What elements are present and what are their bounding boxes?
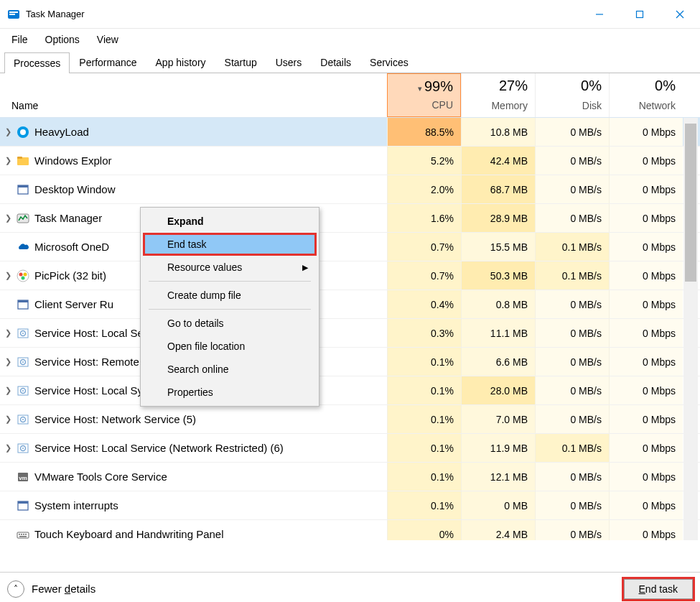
network-cell: 0 Mbps (609, 463, 683, 491)
network-cell: 0 Mbps (609, 290, 683, 318)
cpu-cell: 0.7% (387, 261, 461, 290)
context-end-task[interactable]: End task (143, 233, 317, 256)
context-open-location[interactable]: Open file location (143, 335, 317, 358)
expand-toggle[interactable]: ❯ (0, 415, 16, 424)
expand-toggle[interactable]: ❯ (0, 271, 16, 280)
keyboard-icon (16, 527, 30, 541)
tab-startup[interactable]: Startup (215, 52, 266, 73)
process-name-cell: Touch Keyboard and Handwriting Panel (16, 527, 387, 541)
process-row[interactable]: ❯Service Host: Network Service (5)0.1%7.… (0, 405, 700, 434)
process-row[interactable]: ❯Task Manager1.6%28.9 MB0 MB/s0 Mbps (0, 204, 700, 233)
process-row[interactable]: ❯Windows Explor5.2%42.4 MB0 MB/s0 Mbps (0, 147, 700, 175)
tab-app-history[interactable]: App history (146, 52, 215, 73)
process-name: VMware Tools Core Service (34, 471, 167, 483)
svg-rect-38 (18, 501, 28, 504)
header-disk[interactable]: 0%Disk (535, 73, 609, 117)
process-row[interactable]: Touch Keyboard and Handwriting Panel0%2.… (0, 520, 700, 540)
process-name: Microsoft OneD (34, 241, 109, 253)
process-name-cell: vmVMware Tools Core Service (16, 470, 387, 484)
header-network[interactable]: 0%Network (609, 73, 683, 117)
expand-toggle[interactable]: ❯ (0, 213, 16, 223)
svg-rect-40 (19, 534, 20, 535)
fewer-details-button[interactable]: ˄ Fewer details (7, 580, 95, 598)
scrollbar[interactable] (683, 118, 698, 540)
context-go-to-details[interactable]: Go to details (143, 312, 317, 335)
disk-cell: 0 MB/s (535, 405, 609, 433)
process-name: Service Host: Local Service (Network Res… (34, 442, 284, 454)
expand-toggle[interactable]: ❯ (0, 386, 16, 395)
expand-toggle[interactable]: ❯ (0, 127, 16, 136)
network-cell: 0 Mbps (609, 118, 683, 146)
tab-processes[interactable]: Processes (4, 52, 70, 73)
svg-rect-41 (21, 534, 22, 535)
process-row[interactable]: ❯Service Host: Local Service (Network Re… (0, 434, 700, 463)
footer: ˄ Fewer details End task (0, 572, 700, 602)
process-name: Touch Keyboard and Handwriting Panel (34, 528, 224, 540)
header-memory[interactable]: 27%Memory (461, 73, 535, 117)
process-row[interactable]: Client Server Ru0.4%0.8 MB0 MB/s0 Mbps (0, 290, 700, 319)
content: Name 99%CPU 27%Memory 0%Disk 0%Network ❯… (0, 73, 700, 572)
svg-rect-19 (18, 300, 28, 302)
cpu-cell: 88.5% (387, 118, 461, 146)
context-expand[interactable]: Expand (143, 210, 317, 233)
tab-services[interactable]: Services (360, 52, 418, 73)
process-row[interactable]: Microsoft OneD0.7%15.5 MB0.1 MB/s0 Mbps (0, 233, 700, 261)
separator (149, 281, 311, 282)
tab-users[interactable]: Users (266, 52, 312, 73)
tab-performance[interactable]: Performance (70, 52, 146, 73)
process-name-cell: Windows Explor (16, 154, 387, 168)
process-name: Task Manager (34, 212, 102, 224)
process-name: PicPick (32 bit) (34, 269, 106, 282)
process-row[interactable]: ❯HeavyLoad88.5%10.8 MB0 MB/s0 Mbps (0, 118, 700, 147)
context-create-dump[interactable]: Create dump file (143, 284, 317, 307)
memory-cell: 28.9 MB (461, 204, 535, 232)
menu-options[interactable]: Options (37, 31, 88, 48)
onedrive-icon (16, 240, 30, 254)
header-cpu[interactable]: 99%CPU (387, 73, 461, 117)
process-name: Desktop Window (34, 183, 116, 195)
network-cell: 0 Mbps (609, 204, 683, 232)
process-row[interactable]: ❯Service Host: Local Service (No Network… (0, 319, 700, 348)
memory-cell: 28.0 MB (461, 376, 535, 404)
end-task-button[interactable]: End task (624, 579, 693, 599)
process-row[interactable]: vmVMware Tools Core Service0.1%12.1 MB0 … (0, 463, 700, 491)
memory-cell: 50.3 MB (461, 261, 535, 290)
process-name-cell: Service Host: Local Service (Network Res… (16, 441, 387, 455)
gear-icon (16, 412, 30, 427)
process-row[interactable]: ❯Service Host: Remote Procedure Call (2)… (0, 348, 700, 376)
process-row[interactable]: ❯Service Host: Local System (18)0.1%28.0… (0, 376, 700, 405)
expand-toggle[interactable]: ❯ (0, 156, 16, 165)
disk-cell: 0.1 MB/s (535, 233, 609, 261)
process-row[interactable]: ❯PicPick (32 bit)0.7%50.3 MB0.1 MB/s0 Mb… (0, 261, 700, 290)
tab-details[interactable]: Details (311, 52, 360, 73)
minimize-button[interactable] (579, 0, 620, 29)
svg-rect-44 (19, 536, 27, 537)
expand-toggle[interactable]: ❯ (0, 357, 16, 366)
process-row[interactable]: Desktop Window2.0%68.7 MB0 MB/s0 Mbps (0, 175, 700, 204)
titlebar: Task Manager (0, 0, 700, 29)
context-search-online[interactable]: Search online (143, 358, 317, 381)
expand-toggle[interactable]: ❯ (0, 328, 16, 338)
memory-cell: 7.0 MB (461, 405, 535, 433)
picpick-icon (16, 269, 30, 283)
expand-toggle[interactable]: ❯ (0, 443, 16, 453)
window-title: Task Manager (26, 9, 579, 19)
maximize-button[interactable] (620, 0, 660, 29)
cpu-cell: 0.1% (387, 491, 461, 519)
svg-rect-2 (9, 14, 15, 15)
process-name-cell: System interrupts (16, 499, 387, 513)
process-grid: ❯HeavyLoad88.5%10.8 MB0 MB/s0 Mbps❯Windo… (0, 118, 700, 540)
network-cell: 0 Mbps (609, 233, 683, 261)
close-button[interactable] (660, 0, 700, 29)
cpu-cell: 0.1% (387, 463, 461, 491)
process-row[interactable]: System interrupts0.1%0 MB0 MB/s0 Mbps (0, 491, 700, 520)
menu-file[interactable]: File (3, 31, 37, 48)
svg-point-34 (22, 448, 24, 449)
header-name[interactable]: Name (0, 73, 387, 117)
svg-rect-12 (18, 185, 28, 187)
menu-view[interactable]: View (88, 31, 127, 48)
scrollbar-thumb[interactable] (685, 124, 696, 282)
context-properties[interactable]: Properties (143, 381, 317, 404)
svg-point-17 (22, 276, 25, 279)
context-resource-values[interactable]: Resource values▶ (143, 256, 317, 279)
